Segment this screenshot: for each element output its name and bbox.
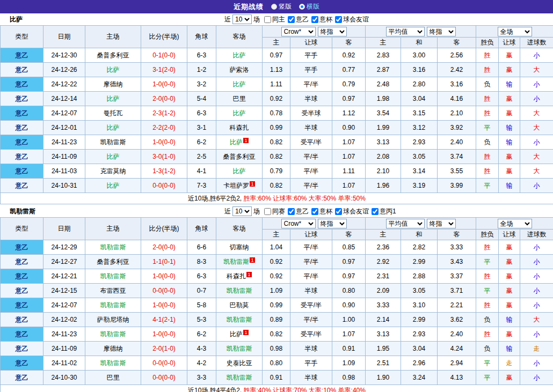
odds-away-cell: 1.07 [332,327,366,342]
filter-checkbox[interactable]: 意丙1 [372,207,396,216]
scope-select[interactable]: 全场 [498,219,532,228]
away-team-name[interactable]: 比萨 [233,80,246,88]
home-team-name[interactable]: 克雷莫纳 [100,167,126,175]
away-team-name[interactable]: 凯勒雷斯 [227,374,252,381]
filter-checkbox[interactable]: 球会友谊 [335,207,369,216]
match-count-select[interactable]: 10 [232,14,252,24]
home-team-name[interactable]: 桑普多利亚 [97,258,129,265]
home-team-cell: 凯勒雷斯 [85,240,141,255]
goals-result-cell: 小 [520,179,553,193]
avg-source-select[interactable]: 平均值 [386,27,425,36]
filter-checkbox-input[interactable] [311,208,318,215]
away-team-name[interactable]: 切塞纳 [230,243,249,251]
home-team-name[interactable]: 比萨 [107,153,120,160]
away-team-name[interactable]: 凯勒雷斯 [227,287,252,294]
filter-checkbox-input[interactable] [372,208,379,215]
radio-icon[interactable] [299,4,305,10]
home-team-name[interactable]: 凯勒雷斯 [100,359,126,367]
team-filter-bar-1: 比萨 近 10 场 同主 意乙 意杯 球会友谊 [0,13,553,25]
home-team-name[interactable]: 巴里 [107,374,120,381]
wdl-result-cell: 平 [476,356,499,371]
home-team-name[interactable]: 摩德纳 [104,80,123,88]
away-team-name[interactable]: 卡坦萨罗 [223,182,249,189]
away-team-name[interactable]: 科森扎 [230,124,249,131]
home-team-name[interactable]: 凯勒雷斯 [100,272,126,280]
home-team-name[interactable]: 萨勒尼塔纳 [97,316,129,323]
handicap-cell: 平/半 [290,240,332,255]
date-cell: 24-12-14 [43,92,85,106]
filter-checkbox-input[interactable] [311,16,318,23]
match-row: 意乙 24-12-14 比萨 2-0(0-0) 5-4 巴里 0.92 半球 0… [1,92,553,106]
home-team-name[interactable]: 比萨 [107,124,120,131]
away-team-name[interactable]: 凯勒雷斯 [223,258,249,265]
team-filter-bar-2: 凯勒雷斯 近 10 场 同赛 意乙 意杯 球会友谊 意丙1 [0,205,553,217]
odds-time-select[interactable]: 终指 [318,27,347,36]
home-team-name[interactable]: 布雷西亚 [100,287,126,294]
filter-checkbox-input[interactable] [288,16,295,23]
filter-checkbox-input[interactable] [335,208,342,215]
odds-away-cell: 0.90 [332,121,366,135]
date-cell: 24-12-02 [43,313,85,327]
away-team-name[interactable]: 巴勒莫 [230,301,249,309]
odds-source-select[interactable]: Crow* [281,27,316,36]
away-team-name[interactable]: 比萨 [230,138,243,146]
handicap-cell: 受平/半 [290,135,332,150]
col-handicap: 让球 [290,38,332,48]
filter-checkbox[interactable]: 同主 [264,15,285,24]
layout-option-horizontal[interactable]: 横版 [299,2,319,11]
filter-checkbox[interactable]: 同赛 [264,207,285,216]
corner-cell: 8-3 [187,255,216,269]
col-wdl: 胜负 [476,230,499,240]
league-type-cell: 意乙 [1,92,43,106]
home-team-name[interactable]: 桑普多利亚 [97,51,129,59]
away-team-name[interactable]: 凯勒雷斯 [227,345,252,352]
filter-checkbox[interactable]: 意杯 [311,207,332,216]
home-team-name[interactable]: 比萨 [107,182,120,189]
filter-checkbox[interactable]: 球会友谊 [335,15,369,24]
avg-time-select[interactable]: 终指 [427,27,456,36]
filter-checkbox-input[interactable] [264,16,271,23]
layout-option-vertical[interactable]: 竖版 [271,2,292,11]
away-team-name[interactable]: 比萨 [230,330,243,338]
home-team-name[interactable]: 凯勒雷斯 [100,330,126,338]
odds-group-header: Crow*终指 [263,26,366,38]
home-team-name[interactable]: 凯勒雷斯 [100,138,126,146]
handicap-result-cell: 走 [499,356,520,371]
match-count-select[interactable]: 10 [232,206,252,216]
home-team-name[interactable]: 曼托瓦 [104,109,123,117]
away-team-name[interactable]: 巴里 [233,95,246,102]
recent-label: 近 [224,15,231,24]
scope-select[interactable]: 全场 [498,27,532,36]
handicap-cell: 平手 [290,356,332,371]
avg-source-select[interactable]: 平均值 [386,219,425,228]
away-team-name[interactable]: 比萨 [233,109,246,117]
home-team-name[interactable]: 凯勒雷斯 [100,243,126,251]
odds-home-cell: 0.79 [263,164,290,179]
away-team-name[interactable]: 科森扎 [227,272,246,280]
away-team-name[interactable]: 萨索洛 [230,66,249,73]
home-team-name[interactable]: 摩德纳 [104,345,123,352]
home-team-name[interactable]: 比萨 [107,66,120,73]
away-team-name[interactable]: 桑普多利亚 [223,153,256,160]
filter-checkbox-group: 同赛 意乙 意杯 球会友谊 意丙1 [261,207,396,216]
score-cell: 2-0(1-0) [141,342,187,356]
filter-checkbox[interactable]: 意杯 [311,15,332,24]
home-team-name[interactable]: 凯勒雷斯 [100,301,126,309]
away-team-name[interactable]: 比萨 [233,51,246,59]
away-team-name[interactable]: 凯勒雷斯 [227,316,252,323]
home-team-name[interactable]: 比萨 [107,95,120,102]
league-type-cell: 意乙 [1,269,43,284]
league-type-cell: 意乙 [1,48,43,63]
filter-checkbox[interactable]: 意乙 [288,15,309,24]
date-cell: 24-11-09 [43,150,85,164]
away-team-name[interactable]: 比萨 [233,167,246,175]
away-team-name[interactable]: 史泰比亚 [227,359,252,367]
odds-source-select[interactable]: Crow* [281,219,316,228]
filter-checkbox-input[interactable] [335,16,342,23]
avg-time-select[interactable]: 终指 [427,219,456,228]
filter-checkbox-input[interactable] [288,208,295,215]
filter-checkbox-input[interactable] [264,208,271,215]
filter-checkbox[interactable]: 意乙 [288,207,309,216]
radio-icon[interactable] [271,4,277,10]
odds-time-select[interactable]: 终指 [318,219,347,228]
